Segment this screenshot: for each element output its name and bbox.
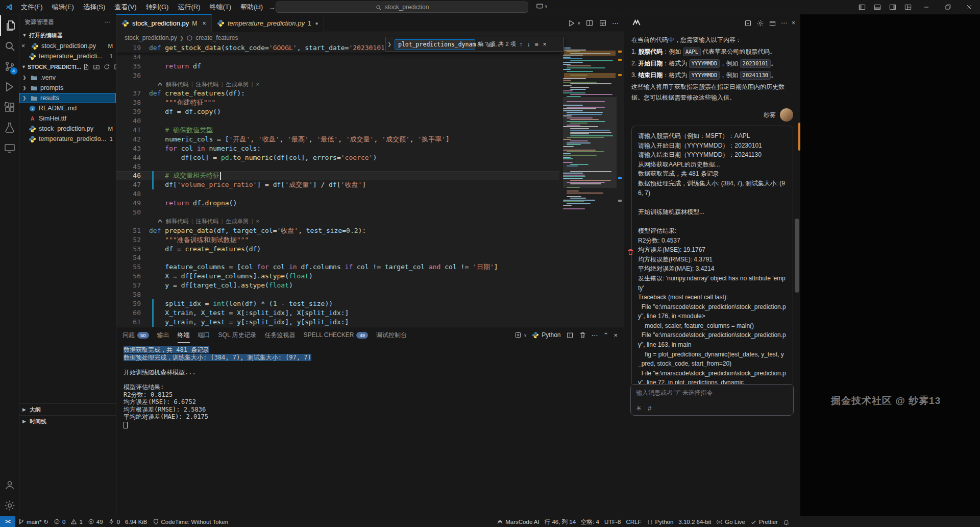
more-icon[interactable]: ⋯ — [592, 331, 598, 339]
code-line-46[interactable]: 46 # 成交量相关特征 — [116, 171, 559, 180]
line-number[interactable]: 37 — [116, 89, 149, 98]
new-chat-icon[interactable] — [744, 19, 752, 27]
line-number[interactable]: 52 — [116, 235, 149, 245]
customize-layout-button[interactable] — [900, 0, 916, 14]
activity-item-testing-icon[interactable] — [0, 117, 19, 138]
context-icon[interactable]: # — [648, 404, 651, 412]
play-icon[interactable] — [567, 19, 576, 28]
line-number[interactable]: 45 — [116, 162, 149, 172]
line-number[interactable]: 59 — [116, 299, 149, 308]
terminal-instance[interactable]: Python — [532, 331, 560, 339]
toggle-panel-button[interactable] — [870, 0, 885, 14]
close-icon[interactable]: × — [256, 217, 259, 226]
menu-选择(S)[interactable]: 选择(S) — [79, 0, 110, 14]
line-number[interactable]: 35 — [116, 62, 149, 71]
toggle-primary-sidebar-button[interactable] — [854, 0, 870, 14]
menu-编辑(E)[interactable]: 编辑(E) — [47, 0, 79, 14]
activity-item-extensions-icon[interactable] — [0, 97, 19, 117]
line-number[interactable]: 56 — [116, 272, 149, 281]
line-number[interactable]: 43 — [116, 144, 149, 153]
back-icon[interactable]: ← — [254, 3, 261, 11]
line-number[interactable]: 50 — [116, 208, 149, 217]
more-icon[interactable]: ⋯ — [781, 19, 787, 27]
code-line-40[interactable]: 40 — [116, 116, 559, 126]
ai-chat-area[interactable]: 在当前的代码中，您需要输入以下内容：1. 股票代码：例如 AAPL 代表苹果公司… — [624, 32, 800, 384]
ai-scrollbar-thumb[interactable] — [795, 219, 799, 293]
more-actions-icon[interactable]: ⋯ — [105, 18, 111, 26]
code-line-61[interactable]: 61 y_train, y_test = y[:split_idx], y[sp… — [116, 318, 559, 327]
split-icon[interactable] — [566, 331, 574, 339]
line-number[interactable]: 54 — [116, 253, 149, 262]
panel-tab-终端[interactable]: 终端 — [178, 327, 190, 343]
status-item-6.94 KiB[interactable]: 6.94 KiB — [122, 516, 150, 527]
status-item-空格: 4[interactable]: 空格: 4 — [578, 516, 602, 527]
line-number[interactable]: 34 — [116, 53, 149, 62]
menu-转到(G)[interactable]: 转到(G) — [141, 0, 174, 14]
code-line-37[interactable]: 37def create_features(df): — [116, 89, 559, 98]
tree-item-stock_prediction.py[interactable]: stock_prediction.pyM — [19, 124, 116, 134]
codelens-link[interactable]: 注释代码 — [196, 80, 218, 89]
new-file-icon[interactable] — [83, 63, 90, 70]
screen-cast-button[interactable]: ∨ — [536, 3, 548, 10]
line-number[interactable]: 44 — [116, 153, 149, 162]
activity-item-run-debug-icon[interactable] — [0, 77, 19, 97]
code-line-39[interactable]: 39 df = df.copy() — [116, 107, 559, 116]
tree-item-temperature_predictio...[interactable]: temperature_predictio...1 — [19, 134, 116, 144]
code-line-47[interactable]: 47 df['volume_price_ratio'] = df['成交量'] … — [116, 180, 559, 189]
menu-终端(T)[interactable]: 终端(T) — [205, 0, 236, 14]
code-line-57[interactable]: 57 y = df[target_col].astype(float) — [116, 281, 559, 290]
tree-item-.venv[interactable]: ❯.venv — [19, 73, 116, 83]
restore-button[interactable] — [937, 0, 959, 14]
panel-tab-任务监视器[interactable]: 任务监视器 — [264, 327, 295, 343]
ai-message-input[interactable] — [636, 389, 788, 398]
status-item-main*[interactable]: main*↻ — [15, 516, 51, 527]
layout-icon[interactable] — [599, 19, 607, 27]
line-number[interactable]: 49 — [116, 199, 149, 208]
line-number[interactable]: 55 — [116, 262, 149, 272]
code-line-43[interactable]: 43 for col in numeric_cols: — [116, 144, 559, 153]
menu-运行(R)[interactable]: 运行(R) — [173, 0, 205, 14]
panel-tab-输出[interactable]: 输出 — [157, 327, 169, 343]
status-item-Python[interactable]: Python — [644, 516, 676, 527]
panel-tab-SQL 历史记录[interactable]: SQL 历史记录 — [218, 327, 257, 343]
activity-item-remote-explorer-icon[interactable] — [0, 138, 19, 158]
status-item-1[interactable]: 1 — [68, 516, 85, 527]
panel-tab-调试控制台[interactable]: 调试控制台 — [376, 327, 407, 343]
code-line-44[interactable]: 44 df[col] = pd.to_numeric(df[col], erro… — [116, 153, 559, 162]
trash-icon[interactable] — [579, 331, 586, 339]
line-number[interactable]: 61 — [116, 318, 149, 327]
codelens-link[interactable]: 解释代码 — [166, 217, 188, 226]
status-item-UTF-8[interactable]: UTF-8 — [602, 516, 624, 527]
code-line-35[interactable]: 35 return df — [116, 62, 559, 71]
line-number[interactable]: 51 — [116, 226, 149, 235]
line-number[interactable]: 57 — [116, 281, 149, 290]
code-line-51[interactable]: 51def prepare_data(df, target_col='收盘', … — [116, 226, 559, 235]
marscode-codelens[interactable]: 解释代码|注释代码|生成单测|× — [116, 217, 559, 226]
status-item-0[interactable]: 0 — [106, 516, 122, 527]
line-number[interactable]: 58 — [116, 290, 149, 299]
status-item-0[interactable]: 0 — [51, 516, 68, 527]
code-line-38[interactable]: 38 """创建特征""" — [116, 98, 559, 107]
find-previous-icon[interactable]: ↑ — [519, 41, 524, 48]
refresh-icon[interactable] — [103, 63, 110, 70]
line-number[interactable]: 40 — [116, 116, 149, 126]
breadcrumb-file[interactable]: stock_prediction.py — [125, 34, 177, 41]
tree-item-README.md[interactable]: iREADME.md — [19, 103, 116, 113]
find-in-selection-icon[interactable]: ≡ — [534, 41, 540, 48]
code-editor[interactable]: 19def get_stock_data(stock_code='GOOGL',… — [116, 43, 624, 327]
codelens-link[interactable]: 生成单测 — [226, 80, 249, 89]
ai-input-box[interactable]: ✳ # — [630, 384, 794, 416]
split-icon[interactable] — [585, 19, 594, 27]
outline-section[interactable]: ▶ 大纲 — [19, 403, 116, 415]
toggle-secondary-sidebar-button[interactable] — [885, 0, 900, 14]
line-number[interactable]: 41 — [116, 126, 149, 135]
panel-tab-问题[interactable]: 问题50 — [122, 327, 149, 343]
line-number[interactable]: 46 — [116, 171, 149, 180]
code-lines[interactable]: 3435 return df36解释代码|注释代码|生成单测|×37def cr… — [116, 53, 559, 327]
code-line-45[interactable]: 45 — [116, 162, 559, 172]
open-editor-item[interactable]: ×stock_prediction.pyM — [19, 41, 116, 51]
code-line-58[interactable]: 58 — [116, 290, 559, 299]
project-root-header[interactable]: ▼ STOCK_PREDICTI... — [19, 61, 116, 73]
status-item-CRLF[interactable]: CRLF — [624, 516, 644, 527]
terminal-output[interactable]: 数据获取完成，共 481 条记录数据预处理完成，训练集大小: (384, 7),… — [116, 343, 624, 428]
